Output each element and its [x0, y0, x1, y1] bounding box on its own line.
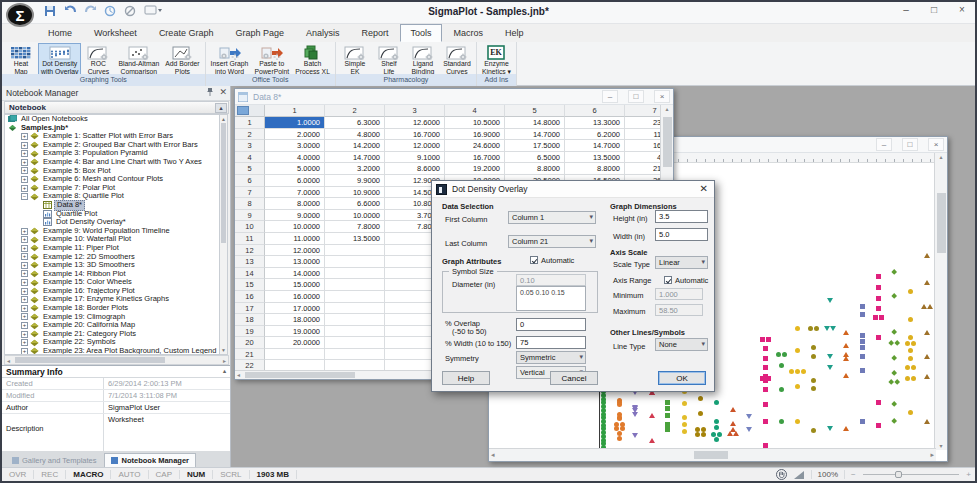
expand-icon[interactable]: + — [21, 133, 28, 140]
worksheet-minimize-button[interactable]: – — [602, 90, 618, 103]
last-column-select[interactable]: Column 21 — [508, 235, 596, 248]
range-automatic-checkbox[interactable]: Automatic — [664, 275, 708, 285]
notebook-collapse-button[interactable]: ▴ — [215, 103, 227, 113]
cell-r6c1[interactable]: 6.0000 — [265, 175, 325, 187]
ribbon-button-simple[interactable]: Simple EK — [338, 43, 372, 77]
cell-r5c7[interactable]: 21.8000 — [625, 163, 661, 175]
cell-r5c1[interactable]: 5.0000 — [265, 163, 325, 175]
row-header-15[interactable]: 15 — [235, 279, 265, 291]
summary-collapse-icon[interactable]: ▴ — [223, 367, 226, 374]
cell-r3c4[interactable]: 24.6000 — [445, 140, 505, 152]
menu-tab-graph-page[interactable]: Graph Page — [225, 24, 294, 42]
expand-icon[interactable]: + — [21, 142, 28, 149]
expand-icon[interactable]: + — [21, 176, 28, 183]
cell-r2c7[interactable]: 11.5000 — [625, 129, 661, 141]
cell-r12c1[interactable]: 12.0000 — [265, 245, 325, 257]
expand-icon[interactable]: + — [21, 339, 28, 346]
panel-tab-notebook-manager[interactable]: Notebook Manager — [104, 453, 196, 467]
cell-r12c2[interactable] — [325, 245, 385, 257]
menu-tab-analysis[interactable]: Analysis — [296, 24, 350, 42]
dialog-close-icon[interactable]: ✕ — [700, 183, 708, 194]
column-header-6[interactable]: 6 — [565, 105, 625, 117]
zoom-slider[interactable]: − + — [851, 468, 971, 481]
ribbon-button-dot-density[interactable]: Dot Density with Overlay — [38, 43, 81, 77]
close-button[interactable]: × — [955, 4, 969, 15]
cell-r4c7[interactable]: 4.4000 — [625, 152, 661, 164]
cell-r1c2[interactable]: 6.3000 — [325, 117, 385, 129]
column-header-5[interactable]: 5 — [505, 105, 565, 117]
expand-icon[interactable]: + — [21, 313, 28, 320]
height-input[interactable]: 3.5 — [655, 210, 708, 223]
tree-item-example-4-bar-and-line-chart-with-two-y-[interactable]: +Example 4: Bar and Line Chart with Two … — [5, 158, 220, 167]
graph-vertical-scrollbar[interactable]: ▴▾ — [934, 153, 947, 450]
ok-button[interactable]: OK — [658, 371, 706, 385]
row-header-19[interactable]: 19 — [235, 326, 265, 338]
cell-r19c1[interactable]: 19.0000 — [265, 326, 325, 338]
column-header-4[interactable]: 4 — [445, 105, 505, 117]
cell-r15c1[interactable]: 15.0000 — [265, 279, 325, 291]
cell-r16c2[interactable] — [325, 291, 385, 303]
cell-r5c2[interactable]: 3.2000 — [325, 163, 385, 175]
cell-r10c1[interactable]: 10.0000 — [265, 221, 325, 233]
cell-r1c4[interactable]: 10.5000 — [445, 117, 505, 129]
row-header-13[interactable]: 13 — [235, 256, 265, 268]
expand-icon[interactable]: + — [21, 245, 28, 252]
overlap-input[interactable]: 0 — [516, 318, 586, 331]
row-header-3[interactable]: 3 — [235, 140, 265, 152]
expand-icon[interactable]: + — [21, 167, 28, 174]
zoom-slider-thumb[interactable] — [895, 471, 902, 478]
cell-r21c2[interactable] — [325, 349, 385, 361]
cell-r2c6[interactable]: 6.2000 — [565, 129, 625, 141]
column-header-1[interactable]: 1 — [265, 105, 325, 117]
cell-r13c1[interactable]: 13.0000 — [265, 256, 325, 268]
ribbon-button-bland-altman[interactable]: Bland-Altman Comparison — [115, 43, 162, 77]
row-header-17[interactable]: 17 — [235, 303, 265, 315]
cell-r13c2[interactable] — [325, 256, 385, 268]
cell-r1c6[interactable]: 13.3000 — [565, 117, 625, 129]
cell-r1c7[interactable]: 23.4000 — [625, 117, 661, 129]
cell-r15c2[interactable] — [325, 279, 385, 291]
cell-r1c1[interactable]: 1.0000 — [265, 117, 325, 129]
cell-r4c3[interactable]: 9.1000 — [385, 152, 445, 164]
maximize-button[interactable]: □ — [927, 4, 941, 15]
cell-r7c2[interactable]: 10.9000 — [325, 187, 385, 199]
cell-r8c1[interactable]: 8.0000 — [265, 198, 325, 210]
row-header-12[interactable]: 12 — [235, 245, 265, 257]
menu-tab-worksheet[interactable]: Worksheet — [84, 24, 147, 42]
cell-r7c1[interactable]: 7.0000 — [265, 187, 325, 199]
cell-r1c3[interactable]: 12.6000 — [385, 117, 445, 129]
menu-tab-report[interactable]: Report — [351, 24, 398, 42]
row-header-7[interactable]: 7 — [235, 187, 265, 199]
cell-r3c6[interactable]: 14.7000 — [565, 140, 625, 152]
cell-r5c4[interactable]: 19.2000 — [445, 163, 505, 175]
cell-r4c4[interactable]: 16.7000 — [445, 152, 505, 164]
menu-tab-macros[interactable]: Macros — [444, 24, 494, 42]
scale-type-select[interactable]: Linear — [655, 256, 708, 269]
cell-r3c1[interactable]: 3.0000 — [265, 140, 325, 152]
graph-horizontal-scrollbar[interactable]: ◂▸ — [489, 448, 936, 461]
graph-minimize-button[interactable]: – — [876, 138, 892, 151]
ribbon-button-add-border[interactable]: Add Border Plots — [162, 43, 202, 77]
first-column-select[interactable]: Column 1 — [508, 211, 596, 224]
minimize-button[interactable]: – — [899, 4, 913, 15]
pct-width-input[interactable]: 75 — [516, 336, 586, 349]
row-header-5[interactable]: 5 — [235, 163, 265, 175]
attributes-automatic-checkbox[interactable]: Automatic — [530, 255, 574, 265]
cell-r8c2[interactable]: 6.6000 — [325, 198, 385, 210]
row-header-4[interactable]: 4 — [235, 152, 265, 164]
worksheet-titlebar[interactable]: Data 8* – □ × — [235, 89, 673, 105]
cell-r11c1[interactable]: 11.0000 — [265, 233, 325, 245]
cell-r2c4[interactable]: 16.9000 — [445, 129, 505, 141]
column-header-3[interactable]: 3 — [385, 105, 445, 117]
expand-icon[interactable]: + — [21, 185, 28, 192]
panel-tab-gallery-and-templates[interactable]: Gallery and Templates — [6, 453, 102, 467]
pin-icon[interactable] — [206, 87, 214, 97]
tree-item-example-8-quartile-plot[interactable]: −Example 8: Quartile Plot — [5, 192, 220, 201]
ribbon-button-roc[interactable]: ROC Curves — [81, 43, 115, 77]
cell-r20c1[interactable]: 20.0000 — [265, 337, 325, 349]
expand-icon[interactable]: + — [21, 322, 28, 329]
cell-r4c1[interactable]: 4.0000 — [265, 152, 325, 164]
cell-r2c3[interactable]: 16.7000 — [385, 129, 445, 141]
expand-icon[interactable]: + — [21, 262, 28, 269]
expand-icon[interactable]: + — [21, 296, 28, 303]
